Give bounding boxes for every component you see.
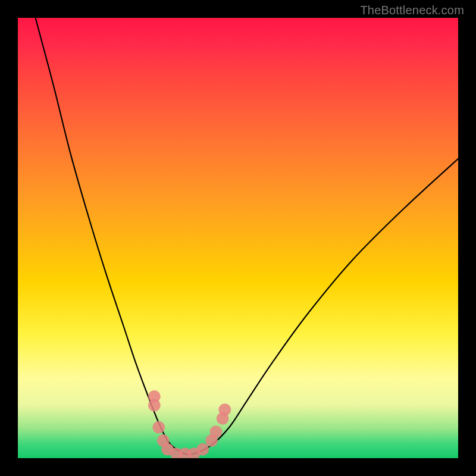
chart-frame: TheBottleneck.com	[0, 0, 476, 476]
plot-area	[18, 18, 458, 458]
marker-group	[148, 390, 231, 458]
data-marker	[148, 399, 161, 412]
bottleneck-curve-path	[36, 18, 458, 455]
data-marker	[152, 421, 165, 434]
watermark-text: TheBottleneck.com	[360, 4, 464, 17]
data-marker	[218, 403, 231, 416]
data-marker	[196, 443, 209, 456]
chart-svg	[18, 18, 458, 458]
data-marker	[210, 425, 223, 438]
